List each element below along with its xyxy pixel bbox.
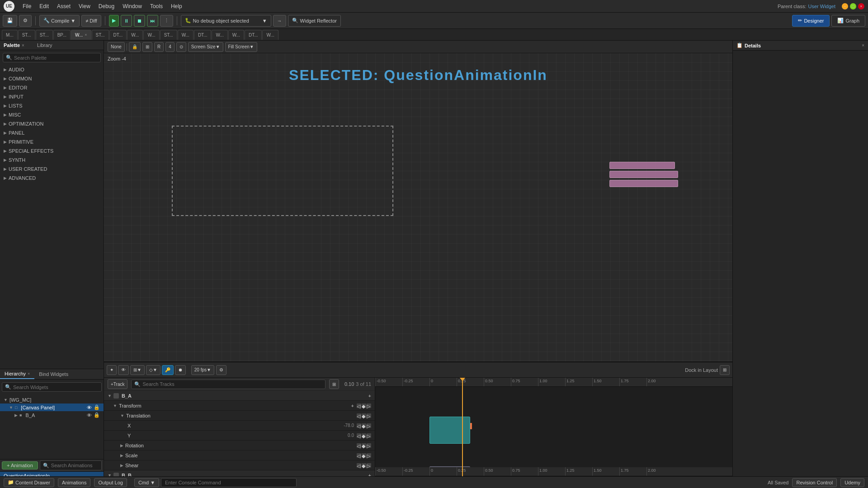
snap-button[interactable]: ⊙ [176, 42, 186, 52]
filter-tracks-button[interactable]: ⊞ [329, 379, 339, 389]
kf-prev[interactable]: ◁ [357, 404, 361, 408]
graph-button[interactable]: 📊 Graph [831, 15, 865, 27]
track-scale[interactable]: Scale ◁ ◆ ▷ [104, 450, 375, 460]
bind-widgets-tab[interactable]: Bind Widgets [34, 369, 73, 379]
scale-kf-next[interactable]: ▷ [367, 453, 371, 458]
palette-search-input[interactable] [14, 55, 98, 61]
palette-cat-optimization[interactable]: OPTIMIZATION [0, 119, 104, 128]
palette-cat-common[interactable]: COMMON [0, 74, 104, 83]
ba-lock-icon[interactable]: 🔒 [94, 412, 100, 418]
canvas-panel-eye-icon[interactable]: 👁 [87, 405, 92, 410]
track-y[interactable]: Y 0.0 ◁ ◆ ▷ [104, 431, 375, 441]
hier-item-ba[interactable]: ■ B_A 👁 🔒 [0, 411, 104, 419]
tab-11[interactable]: DT... [194, 30, 212, 40]
y-kf-prev[interactable]: ◁ [357, 433, 361, 438]
fill-screen-button[interactable]: Fill Screen ▼ [225, 42, 257, 52]
hier-item-canvas-panel[interactable]: □ [Canvas Panel] 👁 🔒 [0, 404, 104, 411]
debug-object-select[interactable]: 🐛 No debug object selected ▼ [181, 15, 271, 27]
diff-button[interactable]: ≠ Diff [81, 15, 101, 27]
widget-bar-2[interactable] [609, 171, 678, 178]
canvas-panel-lock-icon[interactable]: 🔒 [94, 404, 100, 410]
console-input[interactable] [161, 478, 297, 487]
parent-class-value[interactable]: User Widget [808, 4, 835, 9]
canvas-main[interactable]: Zoom -4 SELECTED: QuestionAnimationIn [104, 53, 732, 361]
revision-control-button[interactable]: Revision Control [792, 478, 837, 487]
widget-bar-3[interactable] [609, 180, 678, 187]
tab-close-4[interactable]: × [85, 33, 87, 37]
cmd-button[interactable]: Cmd ▼ [134, 478, 159, 487]
track-search-input[interactable] [142, 381, 322, 387]
tl-kf-next[interactable]: ▷ [367, 413, 371, 418]
udemy-button[interactable]: Udemy [840, 478, 864, 487]
dock-button[interactable]: ⊞ [720, 365, 730, 375]
palette-cat-synth[interactable]: SYNTH [0, 155, 104, 164]
tab-1[interactable]: ST... [18, 30, 35, 40]
transform-add[interactable]: + [351, 403, 354, 408]
palette-cat-special-effects[interactable]: SPECIAL EFFECTS [0, 146, 104, 155]
content-drawer-button[interactable]: 📁 Content Drawer [4, 478, 54, 487]
y-kf-next[interactable]: ▷ [367, 433, 371, 438]
menu-debug[interactable]: Debug [95, 2, 118, 10]
maximize-button[interactable]: □ [850, 3, 856, 9]
menu-help[interactable]: Help [167, 2, 186, 10]
filter-button[interactable]: ⊞▼ [130, 365, 145, 375]
tab-2[interactable]: ST... [36, 30, 53, 40]
menu-tools[interactable]: Tools [146, 2, 166, 10]
compile-button[interactable]: 🔧 Compile ▼ [39, 15, 80, 27]
scale-kf-prev[interactable]: ◁ [357, 453, 361, 458]
animations-button[interactable]: Animations [58, 478, 90, 487]
minimize-button[interactable]: − [842, 3, 848, 9]
track-mode-button[interactable]: ✦ [107, 365, 117, 375]
x-kf-next[interactable]: ▷ [367, 423, 371, 428]
diamond-button[interactable]: ◇▼ [146, 365, 160, 375]
track-transform[interactable]: Transform + ◁ ◆ ▷ [104, 401, 375, 411]
palette-cat-editor[interactable]: EDITOR [0, 83, 104, 92]
timeline-settings[interactable]: ⚙ [216, 365, 226, 375]
rot-kf-add[interactable]: ◆ [362, 443, 366, 448]
output-log-button[interactable]: Output Log [94, 478, 127, 487]
palette-cat-panel[interactable]: PANEL [0, 128, 104, 137]
hierarchy-tab[interactable]: Hierarchy × [0, 369, 34, 379]
kf-add[interactable]: ◆ [362, 404, 366, 408]
rot-kf-next[interactable]: ▷ [367, 443, 371, 448]
record-button[interactable]: ⏺ [175, 365, 186, 375]
auto-key-button[interactable]: 🔑 [162, 365, 174, 375]
palette-cat-input[interactable]: INPUT [0, 92, 104, 101]
track-x[interactable]: X -78.0 ◁ ◆ ▷ [104, 421, 375, 431]
shear-kf-add[interactable]: ◆ [362, 463, 366, 468]
save-button[interactable]: 💾 [3, 15, 17, 27]
tl-kf-add[interactable]: ◆ [362, 413, 366, 418]
debug-arrow-button[interactable]: → [273, 15, 286, 27]
pause-button[interactable]: ⏸ [121, 15, 132, 27]
tab-0[interactable]: M... [2, 30, 18, 40]
r-button[interactable]: R [154, 42, 164, 52]
grid-button[interactable]: ⊞ [142, 42, 152, 52]
play-button[interactable]: ▶ [109, 15, 119, 27]
tab-6[interactable]: DT... [109, 30, 127, 40]
menu-window[interactable]: Window [119, 2, 146, 10]
track-shear[interactable]: Shear ◁ ◆ ▷ [104, 460, 375, 470]
menu-file[interactable]: File [19, 2, 35, 10]
none-button[interactable]: None [108, 42, 125, 52]
widget-bar-1[interactable] [609, 162, 675, 169]
animation-search-input[interactable] [51, 463, 99, 468]
widget-reflector-button[interactable]: 🔍 Widget Reflector [288, 15, 341, 27]
kf-next[interactable]: ▷ [367, 404, 371, 408]
tab-14[interactable]: DT... [245, 30, 262, 40]
skip-button[interactable]: ⏭ [147, 15, 158, 27]
menu-edit[interactable]: Edit [36, 2, 52, 10]
library-label[interactable]: Library [37, 42, 52, 48]
tl-kf-prev[interactable]: ◁ [357, 413, 361, 418]
ba-add-track[interactable]: + [368, 393, 371, 399]
palette-cat-user-created[interactable]: USER CREATED [0, 164, 104, 174]
shear-kf-next[interactable]: ▷ [367, 463, 371, 468]
tab-15[interactable]: W... [262, 30, 278, 40]
y-kf-add[interactable]: ◆ [362, 433, 366, 438]
tab-7[interactable]: W... [127, 30, 143, 40]
tab-5[interactable]: ST... [92, 30, 109, 40]
tab-13[interactable]: W... [228, 30, 244, 40]
x-kf-prev[interactable]: ◁ [357, 423, 361, 428]
tab-12[interactable]: W... [212, 30, 227, 40]
scale-kf-add[interactable]: ◆ [362, 453, 366, 458]
clip-translation-x[interactable] [429, 417, 470, 444]
